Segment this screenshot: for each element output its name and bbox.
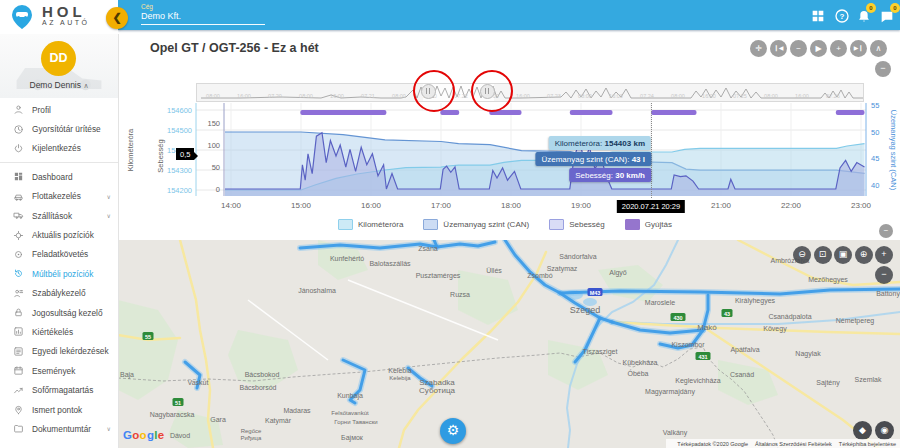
map-place-label: Kunbaja [337,392,363,400]
legend-item[interactable]: Üzemanyag szint (CAN) [423,219,529,230]
sidebar-item-current-positions[interactable]: Aktuális pozíciók [0,225,118,244]
sidebar-item-permissions[interactable]: Jogosultság kezelő [0,303,118,322]
zoom-in-button[interactable]: + [830,40,847,57]
attribution-text[interactable]: Térképadatok ©2020 Google [677,441,748,447]
google-logo: Google [123,429,164,441]
navigator-mask-left [197,84,423,101]
map-place-label: Csanád [730,371,754,378]
car-icon [13,191,24,202]
section-collapse-button[interactable]: − [879,224,893,238]
legend-item[interactable]: Sebesség [549,219,605,230]
sidebar-collapse-button[interactable]: ❮ [106,7,128,29]
car-pin-logo-icon [10,4,34,30]
attribution-text[interactable]: Általános Szerződési Feltételek [755,441,832,447]
map-place-label: Katymár [265,417,292,425]
sidebar-item-rule-manager[interactable]: Szabálykezelő [0,284,118,303]
map-place-label: Algyő [609,269,627,277]
apps-grid-icon[interactable] [810,8,826,24]
map-place-label: Ruzsa [450,291,470,298]
s idebar-item-fleet[interactable]: Flottakezelés ∨ [0,187,118,206]
svg-text:43: 43 [724,311,730,317]
legend-item[interactable]: Gyújtás [625,219,672,230]
play-button[interactable]: ▶ [810,40,827,57]
help-icon[interactable]: ? [834,8,850,24]
map-area-select-button[interactable]: ▣ [834,246,852,264]
sidebar-item-shipments[interactable]: Szállítások ∨ [0,206,118,225]
svg-text:55: 55 [145,334,151,340]
sidebar-item-task-tracking[interactable]: Feladatkövetés [0,245,118,264]
annotation-circle [471,70,513,112]
svg-text:17:00: 17:00 [431,201,452,210]
chart-navigator[interactable]: 08:0016:0007.2008:0016:0007.2108:0016:00… [196,83,864,102]
svg-text:51: 51 [175,400,181,406]
sidebar-item-documents[interactable]: Dokumentumtár ∨ [0,419,118,438]
map-place-label: Németpereg [836,317,875,325]
map-place-label: Sajtény [816,379,840,387]
map-marker-button[interactable]: ◉ [875,421,894,440]
svg-text:23:00: 23:00 [851,201,872,210]
map-place-label: Szatymaz [547,265,578,273]
sidebar-item-label: Profil [32,105,51,115]
sidebar-item-driver-behaviour[interactable]: Sofőrmagatartás [0,380,118,399]
map-settings-button[interactable]: ⚙ [440,418,466,444]
collapse-button[interactable]: ∧ [870,40,887,57]
legend-item[interactable]: Kilométeróra [338,219,403,230]
map-zoom-in-button[interactable]: + [875,246,893,264]
map-place-label: Бајмок [341,434,364,442]
map-place-label: Szemlak [855,376,882,383]
svg-text:18:00: 18:00 [501,201,522,210]
messages-badge: 0 [890,3,900,13]
map-fit-bounds-button[interactable]: ⊡ [814,246,832,264]
skip-previous-button[interactable]: ❙◀ [770,40,787,57]
map-zoom-out-lens-button[interactable]: ⊖ [793,246,811,264]
company-field-label: Cég [141,3,153,10]
map-place-label: Zsombó [527,272,552,279]
map-place-label: Battonya [876,290,900,298]
map-place-label: Csanádpalota [768,313,811,321]
add-marker-button[interactable]: ✛ [750,40,767,57]
sidebar-item-cache-clear[interactable]: Gyorsítótár ürítése [0,119,118,138]
power-icon [13,143,24,154]
sidebar-item-evaluation[interactable]: Kiértékelés [0,322,118,341]
attribution-text[interactable]: Térképhiba bejelentése [839,441,896,447]
sidebar-item-known-points[interactable]: Ismert pontok [0,400,118,419]
chart-collapse-button[interactable]: − [875,61,891,77]
sidebar-item-custom-queries[interactable]: Egyedi lekérdezések [0,342,118,361]
map-zoom-out-button[interactable]: − [875,266,893,284]
user-panel[interactable]: DD Demo Dennis ∧ [0,34,118,98]
map-place-label: Apátfalva [730,346,759,354]
svg-text:154500: 154500 [167,126,192,135]
sidebar-item-dashboard[interactable]: Dashboard [0,167,118,186]
app-logo[interactable]: HOL AZ AUTÓ [0,0,118,34]
svg-text:Üzemanyag szint (CAN): Üzemanyag szint (CAN) [889,110,898,191]
skip-next-button[interactable]: ▶❙ [850,40,867,57]
dashboard-icon [13,171,24,182]
svg-text:M43: M43 [590,290,601,296]
map-panel[interactable]: M43434304315155SzegedSándorfalvaAlgyőSza… [118,240,900,448]
map-layer-button[interactable]: ◆ [853,421,872,440]
sidebar-item-events[interactable]: Események [0,361,118,380]
sidebar-item-label: Dokumentumtár [32,424,91,434]
tooltip-row: Sebesség: 30 km/h [569,168,651,182]
calendar-icon [13,365,24,376]
map-place-label: Nagylak [795,350,821,358]
map-place-label: Zsana [418,245,438,252]
xaxis-datetime-flag: 2020.07.21 20:29 [617,200,685,213]
sidebar-item-label: Egyedi lekérdezések [32,346,109,356]
user-name-text: Demo Dennis [30,80,82,90]
company-input[interactable]: Demo Kft. [141,11,181,21]
map-place-label: Regőce [241,428,262,434]
sidebar-item-past-positions[interactable]: Múltbéli pozíciók [0,264,118,283]
svg-text:154300: 154300 [167,166,192,175]
zoom-out-button[interactable]: − [790,40,807,57]
chart-box-icon [13,326,24,337]
user-name[interactable]: Demo Dennis ∧ [0,80,118,90]
sidebar-item-profil[interactable]: Profil [0,100,118,119]
map-magnifier-button[interactable]: ⊕ [855,246,873,264]
query-box-icon [13,346,24,357]
sidebar-item-logout[interactable]: Kijelentkezés [0,139,118,158]
map-attribution: Térképadatok ©2020 GoogleÁltalános Szerz… [666,439,900,448]
map-place-label: Dávod [170,432,190,439]
avatar[interactable]: DD [41,41,76,76]
map-place-label: Kiszombor [671,341,705,348]
